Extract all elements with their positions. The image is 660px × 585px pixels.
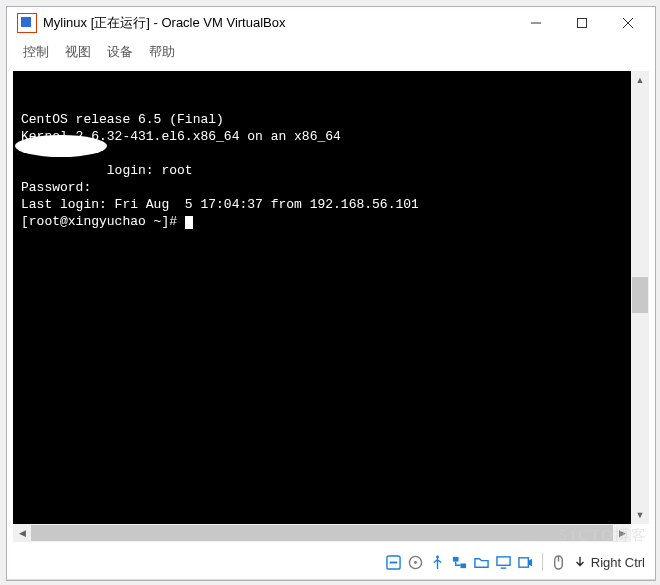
- minimize-button[interactable]: [513, 9, 559, 37]
- hscroll-thumb[interactable]: [31, 525, 613, 541]
- vm-content: CentOS release 6.5 (Final) Kernel 2.6.32…: [13, 71, 649, 542]
- term-line: CentOS release 6.5 (Final): [21, 112, 224, 127]
- optical-drive-icon[interactable]: [408, 554, 424, 570]
- menu-control[interactable]: 控制: [17, 41, 55, 63]
- vscroll-thumb[interactable]: [632, 277, 648, 313]
- usb-icon[interactable]: [430, 554, 446, 570]
- maximize-button[interactable]: [559, 9, 605, 37]
- statusbar-separator: [542, 553, 543, 571]
- cursor-icon: [185, 216, 193, 229]
- disk-activity-icon[interactable]: [386, 554, 402, 570]
- host-key-indicator[interactable]: Right Ctrl: [573, 555, 645, 570]
- svg-point-5: [436, 555, 439, 558]
- statusbar: Right Ctrl: [7, 544, 655, 580]
- terminal-frame[interactable]: CentOS release 6.5 (Final) Kernel 2.6.32…: [13, 71, 631, 524]
- window-title: Mylinux [正在运行] - Oracle VM VirtualBox: [43, 14, 513, 32]
- menubar: 控制 视图 设备 帮助: [7, 39, 655, 69]
- close-button[interactable]: [605, 9, 651, 37]
- window-controls: [513, 9, 651, 37]
- scroll-down-button[interactable]: ▼: [631, 506, 649, 524]
- scroll-up-button[interactable]: ▲: [631, 71, 649, 89]
- arrow-down-icon: [573, 555, 587, 569]
- term-password-line: Password:: [21, 180, 91, 195]
- recording-icon[interactable]: [518, 554, 534, 570]
- shared-folder-icon[interactable]: [474, 554, 490, 570]
- titlebar[interactable]: Mylinux [正在运行] - Oracle VM VirtualBox: [7, 7, 655, 39]
- host-key-label: Right Ctrl: [591, 555, 645, 570]
- svg-point-4: [414, 561, 417, 564]
- term-prompt: [root@xingyuchao ~]#: [21, 214, 185, 229]
- terminal[interactable]: CentOS release 6.5 (Final) Kernel 2.6.32…: [13, 71, 631, 524]
- scroll-left-button[interactable]: ◀: [13, 524, 31, 542]
- vertical-scrollbar[interactable]: ▲ ▼: [631, 71, 649, 524]
- virtualbox-icon: [17, 13, 37, 33]
- term-lastlogin-line: Last login: Fri Aug 5 17:04:37 from 192.…: [21, 197, 419, 212]
- svg-rect-8: [497, 556, 510, 564]
- menu-view[interactable]: 视图: [59, 41, 97, 63]
- svg-rect-6: [453, 556, 459, 561]
- mouse-integration-icon[interactable]: [551, 554, 567, 570]
- svg-rect-9: [519, 557, 528, 566]
- menu-help[interactable]: 帮助: [143, 41, 181, 63]
- horizontal-scrollbar[interactable]: ◀ ▶: [13, 524, 631, 542]
- svg-rect-7: [461, 563, 467, 568]
- watermark: 51CTO博客: [559, 526, 648, 545]
- display-icon[interactable]: [496, 554, 512, 570]
- vm-window: Mylinux [正在运行] - Oracle VM VirtualBox 控制…: [6, 6, 656, 581]
- svg-rect-0: [578, 19, 587, 28]
- svg-rect-2: [390, 561, 398, 563]
- term-login-line: login: root: [21, 163, 193, 178]
- network-icon[interactable]: [452, 554, 468, 570]
- menu-devices[interactable]: 设备: [101, 41, 139, 63]
- redaction-ellipse: [15, 135, 107, 157]
